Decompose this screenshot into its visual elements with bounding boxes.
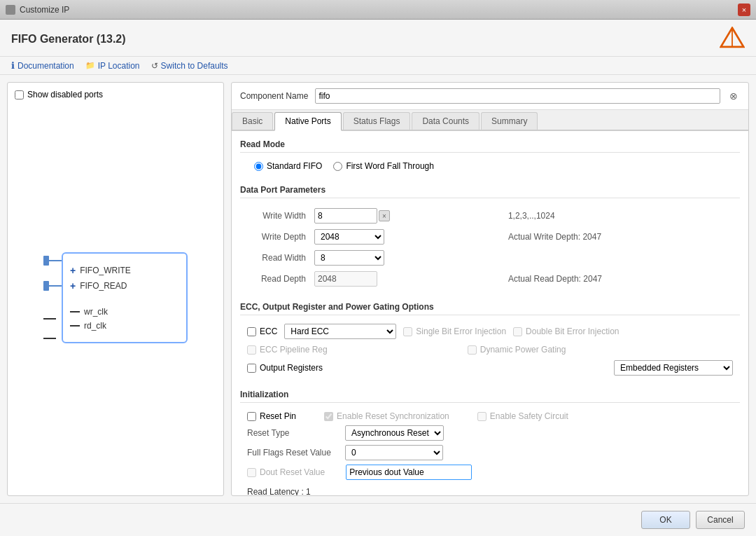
tab-native-ports[interactable]: Native Ports: [274, 112, 341, 131]
show-disabled-ports-row: Show disabled ports: [15, 90, 216, 99]
cancel-button[interactable]: Cancel: [696, 511, 745, 529]
ecc-checkbox-item[interactable]: ECC: [247, 327, 277, 336]
enable-reset-sync-item[interactable]: Enable Reset Synchronization: [324, 411, 449, 421]
wr-clk-label: wr_clk: [84, 307, 108, 317]
single-bit-item[interactable]: Single Bit Error Injection: [403, 327, 506, 336]
read-width-cell: 4 8 16 32: [310, 249, 504, 267]
tab-summary[interactable]: Summary: [481, 112, 538, 130]
reset-pin-item[interactable]: Reset Pin: [247, 411, 296, 421]
ecc-checkbox[interactable]: [247, 327, 256, 336]
read-depth-input: [314, 271, 377, 287]
write-width-cell: ×: [310, 207, 504, 225]
fifo-read-expand[interactable]: +: [70, 280, 76, 291]
read-mode-title: Read Mode: [240, 139, 740, 153]
xilinx-logo: [720, 27, 745, 52]
ecc-pipeline-row: ECC Pipeline Reg Dynamic Power Gating: [240, 342, 740, 357]
reset-type-label: Reset Type: [247, 428, 338, 438]
content-area: Show disabled ports: [0, 75, 756, 503]
first-word-option[interactable]: First Word Fall Through: [333, 161, 434, 171]
ecc-title: ECC, Output Register and Power Gating Op…: [240, 302, 740, 315]
read-depth-cell: [310, 270, 504, 288]
write-depth-hint: Actual Write Depth: 2047: [504, 228, 740, 246]
full-flags-row: Full Flags Reset Value 0 1: [247, 445, 733, 460]
fifo-read-label: FIFO_READ: [80, 281, 127, 291]
toolbar: ℹ Documentation 📁 IP Location ↺ Switch t…: [0, 57, 756, 75]
reset-pin-checkbox[interactable]: [247, 412, 256, 421]
output-reg-item[interactable]: Output Registers: [247, 363, 323, 373]
fifo-write-expand[interactable]: +: [70, 265, 76, 276]
dynamic-power-item[interactable]: Dynamic Power Gating: [468, 345, 566, 355]
rd-clk-port: rd_clk: [70, 321, 179, 331]
double-bit-item[interactable]: Double Bit Error Injection: [513, 327, 619, 336]
show-disabled-ports-checkbox[interactable]: [15, 90, 24, 99]
tab-basic[interactable]: Basic: [232, 112, 273, 130]
standard-fifo-option[interactable]: Standard FIFO: [254, 161, 322, 171]
ecc-pipeline-checkbox[interactable]: [247, 345, 256, 355]
output-reg-label: Output Registers: [260, 363, 323, 373]
data-port-section: Data Port Parameters Write Width × 1,2,3…: [240, 185, 740, 291]
output-reg-row: Output Registers Embedded Registers Fabr…: [240, 357, 740, 378]
component-name-row: Component Name ⊗: [232, 83, 748, 110]
component-name-input[interactable]: [315, 88, 720, 104]
tab-content: Read Mode Standard FIFO First Word Fall …: [232, 131, 748, 495]
first-word-radio[interactable]: [333, 162, 342, 171]
output-reg-select[interactable]: Embedded Registers Fabric Registers No R…: [614, 360, 733, 376]
close-button[interactable]: ×: [738, 4, 750, 16]
full-flags-select[interactable]: 0 1: [345, 445, 443, 460]
reset-type-select[interactable]: Asynchronous Reset Synchronous Reset: [345, 425, 444, 441]
standard-fifo-radio[interactable]: [254, 162, 263, 171]
tab-status-flags[interactable]: Status Flags: [343, 112, 411, 130]
read-width-row: Read Width 4 8 16 32: [240, 249, 740, 267]
read-width-select[interactable]: 4 8 16 32: [314, 250, 384, 266]
write-depth-select[interactable]: 512 1024 2048 4096 8192: [314, 229, 384, 245]
write-depth-label: Write Depth: [240, 228, 310, 246]
enable-reset-sync-checkbox[interactable]: [324, 412, 333, 421]
single-bit-checkbox[interactable]: [403, 327, 412, 336]
dout-reset-input[interactable]: [346, 465, 472, 480]
ecc-type-select[interactable]: Hard ECC Soft ECC No ECC: [284, 324, 396, 339]
output-reg-checkbox[interactable]: [247, 364, 256, 373]
write-width-row: Write Width × 1,2,3,..,1024: [240, 207, 740, 225]
show-disabled-ports-label: Show disabled ports: [27, 90, 103, 99]
switch-defaults-link[interactable]: ↺ Switch to Defaults: [151, 61, 228, 71]
write-depth-cell: 512 1024 2048 4096 8192: [310, 228, 504, 246]
block-diagram: + FIFO_WRITE + FIFO_READ wr_clk: [15, 106, 216, 488]
rd-clk-label: rd_clk: [84, 321, 106, 331]
first-word-label: First Word Fall Through: [346, 161, 434, 171]
double-bit-label: Double Bit Error Injection: [526, 327, 619, 336]
data-port-table: Write Width × 1,2,3,..,1024 Write Depth: [240, 204, 740, 291]
fifo-read-port: + FIFO_READ: [70, 280, 179, 291]
write-width-label: Write Width: [240, 207, 310, 225]
double-bit-checkbox[interactable]: [513, 327, 522, 336]
write-width-clear[interactable]: ×: [379, 210, 390, 221]
full-flags-label: Full Flags Reset Value: [247, 448, 338, 458]
documentation-link[interactable]: ℹ Documentation: [11, 60, 74, 71]
write-width-hint: 1,2,3,..,1024: [504, 207, 740, 225]
ecc-pipeline-item[interactable]: ECC Pipeline Reg: [247, 345, 328, 355]
tabs-bar: Basic Native Ports Status Flags Data Cou…: [232, 110, 748, 131]
left-panel: Show disabled ports: [7, 82, 224, 496]
write-width-input[interactable]: [314, 208, 377, 224]
enable-safety-item[interactable]: Enable Safety Circuit: [477, 411, 568, 421]
standard-fifo-label: Standard FIFO: [267, 161, 322, 171]
title-bar-icon: [6, 5, 15, 15]
initialization-grid: Reset Pin Enable Reset Synchronization E…: [240, 408, 740, 483]
data-port-title: Data Port Parameters: [240, 185, 740, 198]
initialization-section: Initialization Reset Pin Enable Reset Sy…: [240, 390, 740, 495]
enable-safety-label: Enable Safety Circuit: [490, 411, 568, 421]
read-depth-label: Read Depth: [240, 270, 310, 288]
ok-button[interactable]: OK: [641, 511, 690, 529]
ip-location-link[interactable]: 📁 IP Location: [85, 61, 140, 71]
initialization-title: Initialization: [240, 390, 740, 403]
window-header: FIFO Generator (13.2): [0, 20, 756, 57]
enable-safety-checkbox[interactable]: [477, 412, 486, 421]
dynamic-power-checkbox[interactable]: [468, 345, 477, 355]
tab-data-counts[interactable]: Data Counts: [412, 112, 479, 130]
bottom-bar: OK Cancel: [0, 503, 756, 536]
read-mode-options: Standard FIFO First Word Fall Through: [240, 158, 740, 174]
dout-reset-row: Dout Reset Value: [247, 465, 733, 480]
dout-reset-checkbox[interactable]: [247, 468, 256, 477]
component-name-clear-button[interactable]: ⊗: [727, 90, 740, 102]
ecc-section: ECC, Output Register and Power Gating Op…: [240, 302, 740, 378]
dout-reset-item[interactable]: Dout Reset Value: [247, 467, 325, 477]
